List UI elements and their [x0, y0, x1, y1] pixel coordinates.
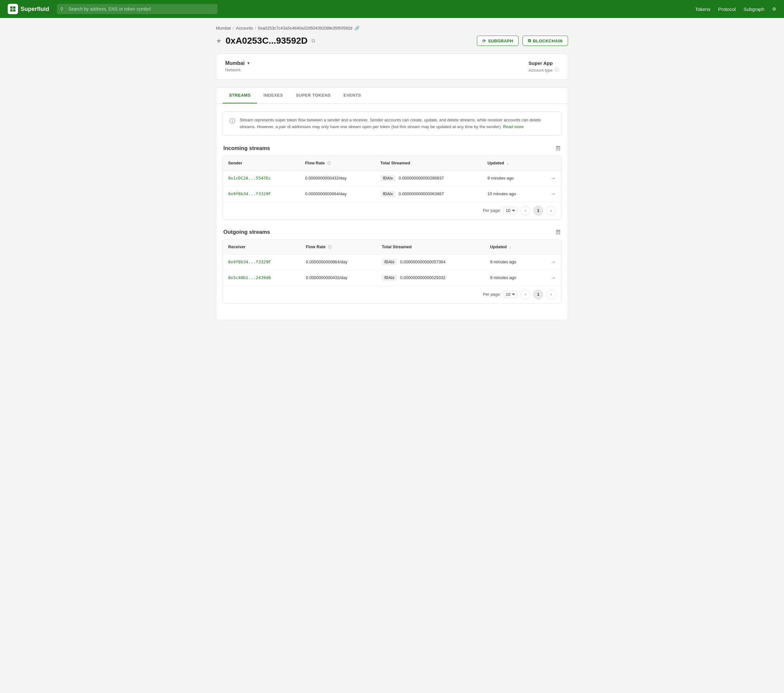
page-title-left: ★ 0xA0253C...93592D ⧉ [216, 36, 315, 46]
outgoing-total-1: fDAIx 0.000000000000029332 [377, 270, 485, 286]
tab-indexes[interactable]: INDEXES [257, 88, 290, 103]
outgoing-receiver-link-0[interactable]: 0x9f8b34...f3329F [228, 259, 271, 264]
copy-icon[interactable]: ⧉ [311, 38, 315, 44]
tab-streams[interactable]: STREAMS [223, 88, 257, 103]
incoming-streams-tbody: 0x1cDC2A...5547Ec 0.0000000000432/day fD… [223, 170, 561, 202]
flowrate-info-icon[interactable]: ⓘ [327, 161, 331, 165]
incoming-col-total: Total Streamed [375, 156, 483, 171]
outgoing-filter-icon[interactable]: ☴ [555, 229, 561, 236]
incoming-per-page-select[interactable]: 10 25 50 [503, 207, 517, 214]
outgoing-arrow-0[interactable]: → [539, 254, 561, 270]
incoming-streams-table-wrapper: Sender Flow Rate ⓘ Total Streamed Update… [223, 156, 561, 220]
outgoing-arrow-1[interactable]: → [539, 270, 561, 286]
outgoing-prev-page[interactable]: ‹ [520, 290, 530, 299]
network-name-row: Mumbai ▼ [225, 61, 464, 66]
svg-rect-0 [10, 7, 13, 9]
outgoing-updated-1: 9 minutes ago [485, 270, 539, 286]
nav-protocol[interactable]: Protocol [718, 7, 736, 12]
incoming-sort-icon[interactable]: ↓ [507, 161, 509, 165]
incoming-filter-icon[interactable]: ☴ [555, 145, 561, 152]
incoming-col-action [539, 156, 561, 171]
account-type-label: Account type [529, 68, 553, 72]
outgoing-streams-header: Outgoing streams ☴ [223, 229, 561, 236]
incoming-sender-link-1[interactable]: 0x9f8b34...f3329F [228, 191, 271, 196]
header: Superfluid ⚲ Tokens Protocol Subgraph ⚙ [0, 0, 784, 18]
external-link-icon: ⧉ [528, 38, 531, 43]
tab-content-streams: ⓘ Stream represents super token flow bet… [216, 104, 568, 320]
incoming-updated-1: 10 minutes ago [482, 186, 539, 202]
tab-super-tokens[interactable]: SUPER TOKENS [290, 88, 337, 103]
account-type-section: Super App Account type ⓘ [529, 61, 559, 73]
info-box-icon: ⓘ [229, 117, 235, 130]
incoming-arrow-1[interactable]: → [539, 186, 561, 202]
incoming-table-header-row: Sender Flow Rate ⓘ Total Streamed Update… [223, 156, 561, 171]
outgoing-streams-tbody: 0x9f8b34...f3329F 0.0000000000864/day fD… [223, 254, 561, 286]
subgraph-button[interactable]: ⟳ SUBGRAPH [477, 36, 519, 46]
outgoing-col-action [539, 240, 561, 255]
star-icon[interactable]: ★ [216, 37, 222, 44]
search-icon: ⚲ [60, 7, 63, 11]
incoming-flowrate-1: 0.0000000000864/day [300, 186, 375, 202]
account-type-value: Super App [529, 61, 559, 66]
incoming-flowrate-0: 0.0000000000432/day [300, 170, 375, 186]
title-actions: ⟳ SUBGRAPH ⧉ BLOCKCHAIN [477, 36, 568, 46]
outgoing-col-flowrate: Flow Rate ⓘ [301, 240, 377, 255]
svg-rect-2 [10, 9, 13, 11]
tab-events[interactable]: EVENTS [337, 88, 367, 103]
info-box-text: Stream represents super token flow betwe… [240, 117, 555, 130]
tabs-container: STREAMS INDEXES SUPER TOKENS EVENTS ⓘ St… [216, 87, 568, 320]
account-type-info-icon[interactable]: ⓘ [555, 67, 559, 73]
breadcrumb-section[interactable]: Accounts [236, 26, 253, 31]
svg-rect-1 [13, 7, 15, 9]
incoming-sender-link-0[interactable]: 0x1cDC2A...5547Ec [228, 176, 271, 181]
outgoing-total-0: fDAIx 0.000000000000057364 [377, 254, 485, 270]
incoming-per-page-label: Per page: [483, 208, 501, 213]
network-info: Mumbai ▼ Network [225, 61, 464, 72]
nav: Tokens Protocol Subgraph ⚙ [695, 7, 776, 12]
incoming-token-badge-0: fDAIx [380, 175, 395, 181]
incoming-col-sender: Sender [223, 156, 300, 171]
read-more-link[interactable]: Read more [503, 124, 524, 129]
outgoing-updated-0: 9 minutes ago [485, 254, 539, 270]
incoming-table-row: 0x1cDC2A...5547Ec 0.0000000000432/day fD… [223, 170, 561, 186]
page-title-row: ★ 0xA0253C...93592D ⧉ ⟳ SUBGRAPH ⧉ BLOCK… [216, 36, 568, 46]
breadcrumb-network[interactable]: Mumbai [216, 26, 231, 31]
outgoing-receiver-link-1[interactable]: 0x5c40b1...2439d6 [228, 275, 271, 280]
incoming-next-page[interactable]: › [546, 206, 556, 215]
outgoing-per-page-label: Per page: [483, 292, 501, 297]
incoming-table-row: 0x9f8b34...f3329F 0.0000000000864/day fD… [223, 186, 561, 202]
chain-link-icon[interactable]: 🔗 [354, 26, 359, 31]
incoming-page-1[interactable]: 1 [534, 206, 543, 215]
outgoing-flowrate-info-icon[interactable]: ⓘ [328, 245, 332, 249]
blockchain-button[interactable]: ⧉ BLOCKCHAIN [522, 36, 568, 46]
info-box: ⓘ Stream represents super token flow bet… [223, 112, 561, 136]
network-card: Mumbai ▼ Network Super App Account type … [216, 54, 568, 80]
incoming-arrow-0[interactable]: → [539, 170, 561, 186]
outgoing-page-1[interactable]: 1 [534, 290, 543, 299]
outgoing-table-row: 0x9f8b34...f3329F 0.0000000000864/day fD… [223, 254, 561, 270]
nav-subgraph[interactable]: Subgraph [743, 7, 764, 12]
outgoing-per-page-select[interactable]: 10 25 50 [503, 291, 517, 298]
outgoing-flowrate-1: 0.0000000000432/day [301, 270, 377, 286]
outgoing-next-page[interactable]: › [546, 290, 556, 299]
outgoing-table-row: 0x5c40b1...2439d6 0.0000000000432/day fD… [223, 270, 561, 286]
logo-box [8, 4, 18, 14]
outgoing-sort-icon[interactable]: ↓ [509, 245, 511, 249]
incoming-streams-section: Incoming streams ☴ Sender Flow Rate ⓘ [223, 145, 561, 220]
outgoing-col-receiver: Receiver [223, 240, 301, 255]
outgoing-pagination: Per page: 10 25 50 ‹ 1 › [223, 286, 561, 303]
incoming-total-1: fDAIx 0.000000000000063867 [375, 186, 483, 202]
incoming-prev-page[interactable]: ‹ [520, 206, 530, 215]
network-dropdown-icon[interactable]: ▼ [247, 61, 250, 66]
incoming-streams-table: Sender Flow Rate ⓘ Total Streamed Update… [223, 156, 561, 202]
breadcrumb-address: 0xa0253c7c43a5c4640a32d50439208fe35f9359… [258, 26, 352, 31]
search-input[interactable] [57, 4, 217, 14]
logo-text: Superfluid [21, 6, 49, 13]
search-bar: ⚲ [57, 4, 217, 14]
settings-icon[interactable]: ⚙ [772, 7, 776, 11]
nav-tokens[interactable]: Tokens [695, 7, 710, 12]
breadcrumb: Mumbai / Accounts / 0xa0253c7c43a5c4640a… [216, 26, 568, 31]
incoming-col-updated: Updated ↓ [482, 156, 539, 171]
network-label: Network [225, 67, 464, 72]
outgoing-token-badge-0: fDAIx [382, 259, 397, 265]
